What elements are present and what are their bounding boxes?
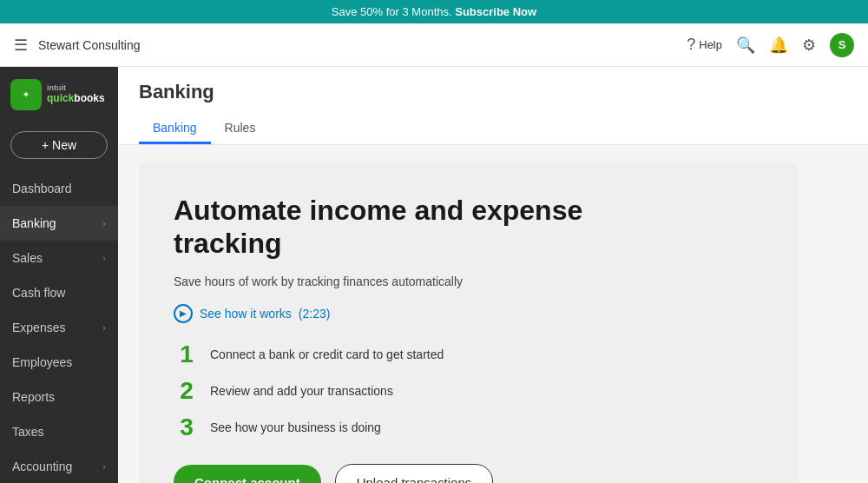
sidebar-item-label: Expenses xyxy=(12,321,102,334)
step-text-1: Connect a bank or credit card to get sta… xyxy=(210,347,444,361)
sidebar-item-accounting[interactable]: Accounting › xyxy=(0,449,118,483)
tab-rules[interactable]: Rules xyxy=(211,114,270,144)
sidebar-item-dashboard[interactable]: Dashboard xyxy=(0,171,118,206)
tab-banking-label: Banking xyxy=(153,121,197,135)
promo-banner: Save 50% for 3 Months. Subscribe Now xyxy=(0,0,868,23)
step-item-2: 2 Review and add your transactions xyxy=(174,379,764,403)
sidebar-item-label: Cash flow xyxy=(12,286,106,300)
search-icon[interactable]: 🔍 xyxy=(736,36,755,55)
sidebar-item-banking[interactable]: Banking › xyxy=(0,206,118,241)
sidebar-item-label: Employees xyxy=(12,355,106,369)
video-link-text: See how it works xyxy=(200,307,292,321)
avatar[interactable]: S xyxy=(830,33,854,57)
step-item-1: 1 Connect a bank or credit card to get s… xyxy=(174,342,764,367)
main-layout: ✦ intuit quickbooks + New Dashboard Bank… xyxy=(0,67,868,483)
sidebar: ✦ intuit quickbooks + New Dashboard Bank… xyxy=(0,67,118,483)
chevron-right-icon: › xyxy=(102,253,106,263)
tabs: Banking Rules xyxy=(139,114,847,144)
sidebar-item-label: Sales xyxy=(12,251,102,265)
sidebar-item-label: Taxes xyxy=(12,425,106,439)
header-actions: ? Help 🔍 🔔 ⚙ S xyxy=(687,33,854,57)
logo-line2: quickbooks xyxy=(47,93,105,104)
video-link[interactable]: ▶ See how it works (2:23) xyxy=(174,304,764,323)
step-item-3: 3 See how your business is doing xyxy=(174,415,764,440)
step-number-2: 2 xyxy=(174,379,200,403)
sidebar-item-label: Dashboard xyxy=(12,182,106,195)
help-label: Help xyxy=(699,38,722,51)
banner-text: Save 50% for 3 Months. xyxy=(332,5,452,18)
sidebar-item-reports[interactable]: Reports xyxy=(0,380,118,414)
connect-account-button[interactable]: Connect account xyxy=(174,465,321,483)
main-content: Automate income and expense tracking Sav… xyxy=(118,145,868,483)
company-name: Stewart Consulting xyxy=(38,38,687,52)
action-area: Connect account Upload transactions xyxy=(174,464,764,483)
sidebar-item-label: Accounting xyxy=(12,460,102,473)
notifications-icon[interactable]: 🔔 xyxy=(769,36,788,55)
chevron-right-icon: › xyxy=(102,461,106,472)
play-icon: ▶ xyxy=(174,304,193,323)
step-number-3: 3 xyxy=(174,415,200,440)
sidebar-item-sales[interactable]: Sales › xyxy=(0,241,118,275)
feature-card: Automate income and expense tracking Sav… xyxy=(139,162,799,483)
chevron-right-icon: › xyxy=(102,218,106,228)
sidebar-item-cashflow[interactable]: Cash flow xyxy=(0,275,118,310)
tab-rules-label: Rules xyxy=(225,121,256,135)
video-duration: (2:23) xyxy=(299,307,331,321)
sidebar-item-label: Reports xyxy=(12,390,106,404)
upload-transactions-button[interactable]: Upload transactions xyxy=(335,464,494,483)
app-header: ☰ Stewart Consulting ? Help 🔍 🔔 ⚙ S xyxy=(0,23,868,67)
step-text-2: Review and add your transactions xyxy=(210,384,393,398)
feature-title: Automate income and expense tracking xyxy=(174,194,590,261)
new-button[interactable]: + New xyxy=(10,131,108,159)
content-area: Banking Banking Rules Automate income an… xyxy=(118,67,868,483)
sidebar-item-label: Banking xyxy=(12,216,102,230)
logo-text: intuit quickbooks xyxy=(47,84,105,104)
tab-banking[interactable]: Banking xyxy=(139,114,211,144)
sidebar-item-taxes[interactable]: Taxes xyxy=(0,414,118,449)
step-text-3: See how your business is doing xyxy=(210,420,381,434)
hamburger-icon[interactable]: ☰ xyxy=(14,36,28,55)
logo-icon: ✦ xyxy=(10,79,42,110)
action-buttons: Connect account Upload transactions xyxy=(174,464,764,483)
sidebar-item-employees[interactable]: Employees xyxy=(0,345,118,380)
steps-list: 1 Connect a bank or credit card to get s… xyxy=(174,342,764,440)
feature-subtitle: Save hours of work by tracking finances … xyxy=(174,275,764,288)
sidebar-nav: Dashboard Banking › Sales › Cash flow Ex… xyxy=(0,171,118,483)
subscribe-link[interactable]: Subscribe Now xyxy=(455,5,536,18)
settings-icon[interactable]: ⚙ xyxy=(802,36,816,55)
help-icon: ? xyxy=(687,36,695,54)
step-number-1: 1 xyxy=(174,342,200,367)
sidebar-logo: ✦ intuit quickbooks xyxy=(0,67,118,122)
sidebar-item-expenses[interactable]: Expenses › xyxy=(0,310,118,345)
page-header: Banking Banking Rules xyxy=(118,67,868,145)
page-title: Banking xyxy=(139,81,847,103)
chevron-right-icon: › xyxy=(102,322,106,333)
help-button[interactable]: ? Help xyxy=(687,36,722,54)
